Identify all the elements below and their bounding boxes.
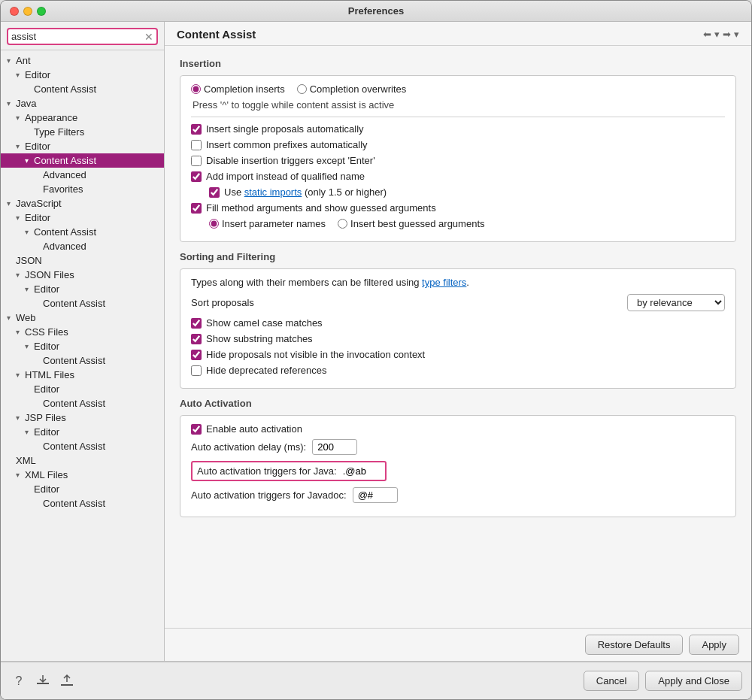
- tree-item-xml-files[interactable]: ▾XML Files: [1, 468, 164, 482]
- search-input[interactable]: assist: [11, 31, 141, 42]
- checkbox-show-substring[interactable]: Show substring matches: [191, 333, 725, 344]
- close-button[interactable]: [10, 7, 19, 16]
- tree-item-java-appearance[interactable]: ▾Appearance: [1, 111, 164, 125]
- sort-proposals-select[interactable]: by relevance alphabetically: [627, 294, 725, 311]
- checkbox-input-add-import[interactable]: [191, 171, 202, 182]
- nav-forward-icon[interactable]: ➡: [723, 29, 731, 40]
- tree-item-ant-editor[interactable]: ▾Editor: [1, 68, 164, 82]
- search-clear-icon[interactable]: ✕: [144, 32, 153, 42]
- tree-item-ant-content-assist[interactable]: Content Assist: [1, 82, 164, 96]
- tree-label: Content Assist: [43, 498, 105, 509]
- delay-input[interactable]: [312, 439, 357, 455]
- tree-item-jsp-editor[interactable]: ▾Editor: [1, 425, 164, 439]
- checkbox-input-insert-single[interactable]: [191, 124, 202, 135]
- checkbox-insert-single[interactable]: Insert single proposals automatically: [191, 123, 725, 135]
- tree-item-xml-editor[interactable]: Editor: [1, 482, 164, 496]
- export-icon[interactable]: [58, 672, 76, 690]
- checkbox-add-import[interactable]: Add import instead of qualified name: [191, 171, 725, 182]
- tree-item-css-files[interactable]: ▾CSS Files: [1, 325, 164, 339]
- tree-item-java-appearance-type-filters[interactable]: Type Filters: [1, 125, 164, 139]
- tree-item-jsp-files[interactable]: ▾JSP Files: [1, 411, 164, 425]
- radio-input-param-names[interactable]: [209, 219, 219, 229]
- tree-item-json-content-assist[interactable]: Content Assist: [1, 296, 164, 311]
- arrow-icon: [34, 299, 43, 308]
- checkbox-input-use-static-imports[interactable]: [209, 187, 220, 198]
- tree-item-java-content-assist-favorites[interactable]: Favorites: [1, 182, 164, 196]
- cancel-button[interactable]: Cancel: [584, 671, 639, 691]
- tree-label: Favorites: [43, 183, 83, 195]
- radio-completion-inserts[interactable]: Completion inserts: [191, 83, 285, 95]
- tree-item-css-content-assist[interactable]: Content Assist: [1, 353, 164, 368]
- minimize-button[interactable]: [23, 7, 32, 16]
- tree-item-xml[interactable]: XML: [1, 453, 164, 468]
- tree-item-web[interactable]: ▾Web: [1, 311, 164, 325]
- apply-button[interactable]: Apply: [689, 635, 739, 655]
- arrow-icon: [25, 485, 34, 493]
- tree-area: ▾Ant ▾Editor Content Assist ▾Java ▾Appea…: [1, 50, 164, 661]
- radio-input-best-guessed[interactable]: [338, 219, 347, 229]
- sort-proposals-label: Sort proposals: [191, 297, 254, 308]
- import-icon[interactable]: [34, 672, 52, 690]
- checkbox-fill-method[interactable]: Fill method arguments and show guessed a…: [191, 202, 725, 214]
- tree-item-html-editor[interactable]: Editor: [1, 382, 164, 396]
- checkbox-input-show-camel[interactable]: [191, 318, 202, 329]
- tree-item-html-files[interactable]: ▾HTML Files: [1, 368, 164, 382]
- tree-label: Advanced: [43, 241, 86, 252]
- nav-dropdown-icon[interactable]: ▾: [714, 29, 720, 40]
- tree-item-java-content-assist-advanced[interactable]: Advanced: [1, 168, 164, 182]
- checkbox-insert-common[interactable]: Insert common prefixes automatically: [191, 139, 725, 150]
- static-imports-link[interactable]: static imports: [244, 186, 302, 198]
- restore-defaults-button[interactable]: Restore Defaults: [585, 635, 684, 655]
- checkbox-input-fill-method[interactable]: [191, 203, 202, 214]
- java-trigger-label: Auto activation triggers for Java:: [197, 465, 337, 477]
- arrow-icon: [25, 385, 34, 393]
- radio-input-overwrites[interactable]: [297, 84, 307, 94]
- tree-item-ant[interactable]: ▾Ant: [1, 53, 164, 68]
- tree-item-java-content-assist[interactable]: ▾Content Assist: [1, 153, 164, 168]
- checkbox-use-static-imports[interactable]: Use static imports (only 1.5 or higher): [209, 186, 725, 198]
- checkbox-input-disable-triggers[interactable]: [191, 156, 202, 166]
- tree-item-jsp-content-assist[interactable]: Content Assist: [1, 439, 164, 453]
- help-icon[interactable]: ?: [10, 672, 28, 690]
- java-trigger-input[interactable]: [343, 465, 381, 477]
- radio-insert-best-guessed[interactable]: Insert best guessed arguments: [338, 218, 485, 229]
- checkbox-hide-not-visible[interactable]: Hide proposals not visible in the invoca…: [191, 349, 725, 360]
- javadoc-trigger-input[interactable]: [353, 487, 398, 503]
- radio-completion-overwrites[interactable]: Completion overwrites: [297, 83, 407, 95]
- radio-input-inserts[interactable]: [191, 84, 201, 94]
- radio-insert-param-names[interactable]: Insert parameter names: [209, 218, 326, 229]
- nav-menu-icon[interactable]: ▾: [734, 29, 739, 40]
- window-bottom: ? Cancel Apply and Close: [1, 661, 751, 699]
- maximize-button[interactable]: [37, 7, 46, 16]
- checkbox-enable-auto-activation[interactable]: Enable auto activation: [191, 423, 725, 435]
- arrow-icon: ▾: [16, 471, 25, 479]
- tree-item-javascript-content-assist-advanced[interactable]: Advanced: [1, 239, 164, 253]
- nav-back-icon[interactable]: ⬅: [703, 29, 711, 40]
- tree-item-css-editor[interactable]: ▾Editor: [1, 339, 164, 353]
- javadoc-trigger-label: Auto activation triggers for Javadoc:: [191, 489, 347, 501]
- tree-item-java[interactable]: ▾Java: [1, 96, 164, 111]
- tree-item-xml-content-assist[interactable]: Content Assist: [1, 496, 164, 511]
- title-bar: Preferences: [1, 1, 751, 22]
- checkbox-input-hide-not-visible[interactable]: [191, 350, 202, 360]
- arrow-icon: ▾: [25, 228, 34, 236]
- checkbox-input-insert-common[interactable]: [191, 140, 202, 150]
- arrow-icon: [34, 242, 43, 250]
- checkbox-show-camel[interactable]: Show camel case matches: [191, 317, 725, 329]
- tree-item-java-editor[interactable]: ▾Editor: [1, 139, 164, 153]
- tree-item-json-files-editor[interactable]: ▾Editor: [1, 282, 164, 296]
- apply-and-close-button[interactable]: Apply and Close: [645, 671, 742, 691]
- tree-item-json-files[interactable]: ▾JSON Files: [1, 268, 164, 282]
- type-filters-link[interactable]: type filters: [422, 277, 466, 288]
- tree-item-javascript-content-assist[interactable]: ▾Content Assist: [1, 225, 164, 239]
- checkbox-input-show-substring[interactable]: [191, 334, 202, 344]
- checkbox-input-hide-deprecated[interactable]: [191, 365, 202, 376]
- tree-item-json[interactable]: JSON: [1, 253, 164, 268]
- radio-label-overwrites: Completion overwrites: [310, 83, 407, 95]
- checkbox-hide-deprecated[interactable]: Hide deprecated references: [191, 365, 725, 376]
- checkbox-disable-triggers[interactable]: Disable insertion triggers except 'Enter…: [191, 155, 725, 166]
- tree-item-javascript[interactable]: ▾JavaScript: [1, 196, 164, 211]
- checkbox-input-enable-auto[interactable]: [191, 424, 202, 435]
- tree-item-html-content-assist[interactable]: Content Assist: [1, 396, 164, 411]
- tree-item-javascript-editor[interactable]: ▾Editor: [1, 211, 164, 225]
